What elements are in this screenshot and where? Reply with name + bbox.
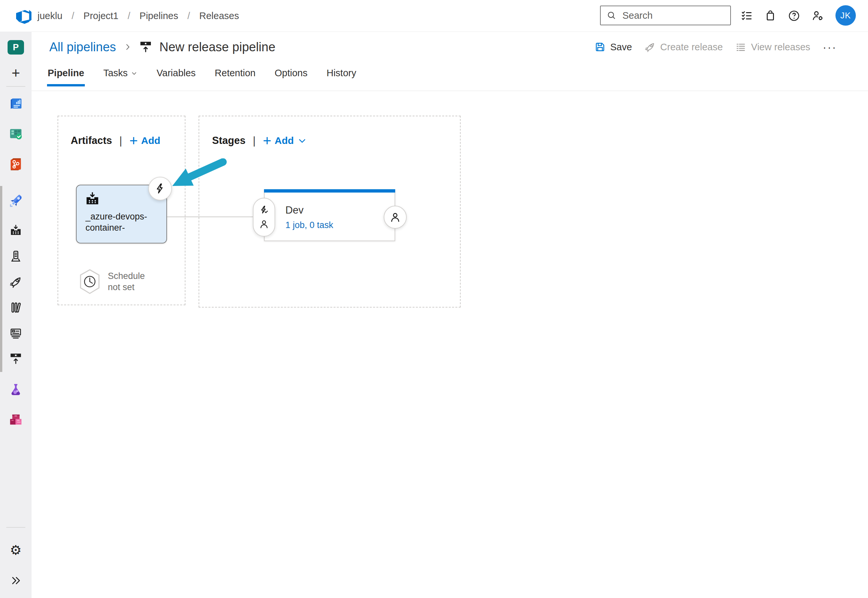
save-icon xyxy=(594,41,606,52)
sidebar-item-pipelines[interactable] xyxy=(0,193,31,209)
user-settings-icon[interactable] xyxy=(811,9,824,22)
sidebar-item-add-project[interactable]: + xyxy=(0,66,31,79)
person-icon xyxy=(259,219,269,229)
create-release-rocket-icon xyxy=(645,41,656,52)
pre-deployment-conditions-badge[interactable] xyxy=(253,198,275,236)
schedule-clock-icon xyxy=(79,269,100,295)
tab-tasks[interactable]: Tasks xyxy=(103,64,138,82)
artifacts-panel-header: Artifacts | + Add xyxy=(71,134,160,147)
sidebar-divider xyxy=(6,527,25,528)
package-down-icon xyxy=(9,224,22,237)
schedule-text: Schedule not set xyxy=(108,271,145,293)
marketplace-bag-icon[interactable] xyxy=(764,9,777,22)
add-stage-button[interactable]: + Add xyxy=(263,135,307,146)
stage-accent-bar xyxy=(264,189,395,193)
all-pipelines-link[interactable]: All pipelines xyxy=(49,40,116,54)
breadcrumb-separator: / xyxy=(72,10,74,21)
more-actions-button[interactable]: ··· xyxy=(823,41,837,54)
tab-history[interactable]: History xyxy=(326,64,357,82)
environments-icon xyxy=(9,250,22,263)
tab-retention[interactable]: Retention xyxy=(214,64,256,82)
double-chevron-right-icon xyxy=(9,574,22,587)
chevron-down-icon xyxy=(131,70,138,76)
breadcrumb-releases[interactable]: Releases xyxy=(199,10,239,21)
left-sidebar: P + xyxy=(0,31,31,598)
avatar[interactable]: JK xyxy=(835,5,856,25)
person-icon xyxy=(389,211,401,223)
plus-icon: + xyxy=(263,136,271,145)
create-release-button[interactable]: Create release xyxy=(645,41,723,52)
sidebar-item-releases-machine[interactable] xyxy=(0,250,31,263)
header-actions: Save Create release View releases ··· xyxy=(594,36,837,58)
tab-options[interactable]: Options xyxy=(274,64,308,82)
annotation-arrow xyxy=(168,158,228,193)
stage-name: Dev xyxy=(285,204,303,216)
chevron-right-icon xyxy=(123,43,132,51)
search-box[interactable] xyxy=(600,6,731,25)
search-icon xyxy=(607,10,616,20)
post-deployment-conditions-badge[interactable] xyxy=(384,206,407,229)
sidebar-item-project[interactable]: P xyxy=(0,40,31,55)
stage-card-dev[interactable]: Dev 1 job, 0 task xyxy=(264,189,395,241)
sidebar-item-boards[interactable] xyxy=(0,126,31,141)
breadcrumb-separator: / xyxy=(127,10,130,21)
lightning-check-icon xyxy=(259,205,269,215)
azure-devops-logo[interactable] xyxy=(14,7,32,25)
pipeline-tabs: Pipeline Tasks Variables Retention Optio… xyxy=(47,64,357,82)
checklist-icon[interactable] xyxy=(741,9,753,22)
top-navigation-bar: jueklu / Project1 / Pipelines / Releases xyxy=(0,0,868,32)
tab-variables[interactable]: Variables xyxy=(156,64,196,82)
repos-icon xyxy=(8,156,23,172)
page-header: All pipelines New release pipeline xyxy=(49,36,276,58)
stages-title: Stages xyxy=(212,135,246,147)
sidebar-item-task-groups[interactable] xyxy=(0,327,31,340)
stage-job-task-link[interactable]: 1 job, 0 task xyxy=(285,220,333,230)
sidebar-item-repos[interactable] xyxy=(0,156,31,172)
sidebar-divider xyxy=(6,86,25,87)
stages-panel-header: Stages | + Add xyxy=(212,134,307,147)
view-releases-list-icon xyxy=(735,41,747,52)
help-icon[interactable] xyxy=(788,9,800,22)
page-title: New release pipeline xyxy=(159,40,276,54)
pipelines-icon xyxy=(8,193,24,209)
schedule-trigger[interactable]: Schedule not set xyxy=(79,269,145,295)
plus-icon: + xyxy=(12,66,20,79)
add-artifact-button[interactable]: + Add xyxy=(129,135,160,146)
search-input[interactable] xyxy=(622,10,722,21)
project-avatar: P xyxy=(7,40,24,55)
sidebar-item-pipelines-sub[interactable] xyxy=(0,275,31,289)
sidebar-item-environments[interactable] xyxy=(0,224,31,237)
overview-icon xyxy=(8,96,23,111)
boards-icon xyxy=(8,126,23,141)
sidebar-item-test-plans[interactable] xyxy=(0,383,31,398)
task-groups-icon xyxy=(9,327,22,340)
breadcrumb-separator: / xyxy=(187,10,190,21)
artifact-stage-connector xyxy=(167,217,253,217)
plus-icon: + xyxy=(129,136,138,145)
save-button[interactable]: Save xyxy=(594,41,632,52)
releases-icon xyxy=(9,352,22,365)
release-pipeline-icon xyxy=(139,40,152,54)
lightning-bolt-icon xyxy=(154,183,166,194)
artifact-package-icon xyxy=(84,191,100,207)
sidebar-expand-button[interactable] xyxy=(0,574,31,587)
sidebar-item-overview[interactable] xyxy=(0,96,31,111)
breadcrumb-org[interactable]: jueklu xyxy=(37,10,63,21)
sidebar-item-project-settings[interactable]: ⚙ xyxy=(0,543,31,557)
header-separator: | xyxy=(252,134,257,147)
test-plans-icon xyxy=(8,383,23,398)
artifact-name: _azure-devops-container- xyxy=(85,211,162,233)
chevron-down-icon xyxy=(297,136,307,145)
sidebar-item-artifacts[interactable] xyxy=(0,412,31,427)
tabs-divider xyxy=(31,91,868,91)
sidebar-item-library[interactable] xyxy=(0,301,31,314)
library-icon xyxy=(9,301,22,314)
breadcrumb-project[interactable]: Project1 xyxy=(84,10,118,21)
artifacts-title: Artifacts xyxy=(71,135,112,147)
breadcrumb-pipelines[interactable]: Pipelines xyxy=(139,10,178,21)
tab-pipeline[interactable]: Pipeline xyxy=(47,64,85,82)
sidebar-item-deployment-groups[interactable] xyxy=(0,352,31,365)
view-releases-button[interactable]: View releases xyxy=(735,41,810,52)
breadcrumb: jueklu / Project1 / Pipelines / Releases xyxy=(37,0,239,31)
header-separator: | xyxy=(118,134,124,147)
